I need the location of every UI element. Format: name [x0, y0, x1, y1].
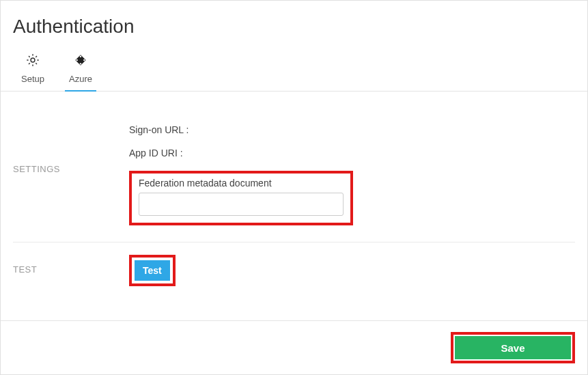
- test-section: TEST Test: [13, 242, 575, 307]
- svg-point-0: [31, 58, 35, 62]
- tab-setup[interactable]: Setup: [21, 53, 44, 91]
- svg-point-3: [80, 63, 81, 64]
- footer-bar: Save: [1, 320, 587, 374]
- tab-azure-label: Azure: [69, 74, 92, 84]
- svg-point-2: [80, 55, 81, 57]
- federation-input[interactable]: [139, 193, 344, 216]
- page-title: Authentication: [1, 1, 587, 44]
- tab-azure[interactable]: Azure: [69, 53, 92, 91]
- appid-uri-label: App ID URI :: [129, 148, 575, 158]
- save-button[interactable]: Save: [455, 336, 571, 359]
- federation-label: Federation metadata document: [139, 178, 344, 189]
- gear-icon: [25, 53, 40, 70]
- tab-setup-label: Setup: [21, 74, 44, 84]
- content-area: SETTINGS Sign-on URL : App ID URI : Fede…: [1, 92, 587, 307]
- svg-point-5: [83, 59, 85, 61]
- federation-highlight: Federation metadata document: [129, 171, 353, 225]
- test-highlight: Test: [129, 255, 176, 286]
- diamond-icon: [73, 53, 88, 70]
- tabs-bar: Setup Azure: [1, 44, 587, 92]
- settings-section: SETTINGS Sign-on URL : App ID URI : Fede…: [13, 112, 575, 242]
- signon-url-label: Sign-on URL :: [129, 124, 575, 135]
- test-heading: TEST: [13, 255, 129, 286]
- svg-point-4: [76, 59, 77, 61]
- settings-heading: SETTINGS: [13, 124, 129, 225]
- save-highlight: Save: [451, 332, 575, 363]
- test-button[interactable]: Test: [135, 260, 170, 281]
